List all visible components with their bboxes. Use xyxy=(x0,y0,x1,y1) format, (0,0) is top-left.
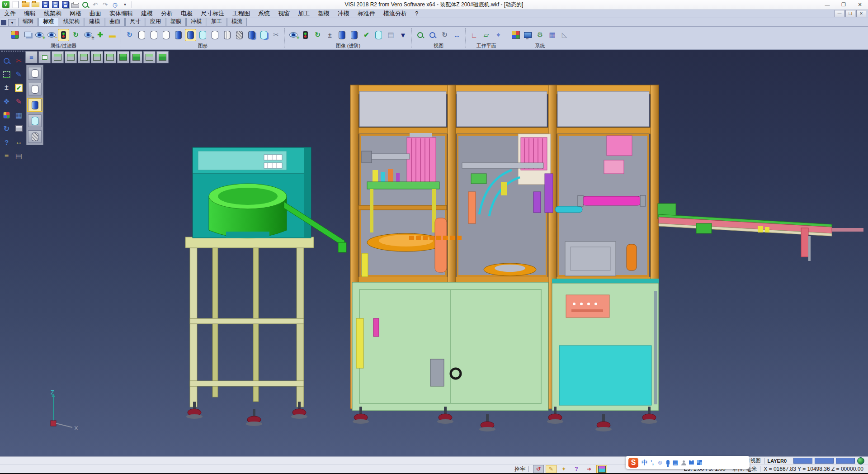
shade-blue-icon[interactable] xyxy=(173,29,184,41)
shade-wireframe-icon[interactable] xyxy=(222,29,233,41)
zoom-window-icon[interactable] xyxy=(427,29,438,41)
vibratory-bowl[interactable] xyxy=(209,184,287,238)
clip-plane-icon[interactable] xyxy=(385,29,396,41)
tab-modeling[interactable]: 建模 xyxy=(85,17,104,26)
copy-graphics-icon[interactable] xyxy=(258,29,269,41)
save-button[interactable] xyxy=(41,0,50,9)
view-frame-icon[interactable] xyxy=(38,51,51,63)
layer-indicator[interactable]: LAYER0 xyxy=(768,458,787,464)
layer-swatch-1[interactable] xyxy=(793,458,812,464)
maximize-icon[interactable]: ❐ xyxy=(835,0,852,9)
menu-mold[interactable]: 塑模 xyxy=(314,9,334,18)
iso-view-icon[interactable] xyxy=(52,51,64,63)
select-frame-icon[interactable] xyxy=(1,69,12,80)
menu-dimension[interactable]: 尺寸标注 xyxy=(197,9,228,18)
advanced-traffic-light-icon[interactable] xyxy=(300,29,311,41)
hide-entities-eye-icon[interactable]: − xyxy=(46,29,57,41)
view-cube-icon[interactable] xyxy=(596,465,607,473)
remove-filter-icon[interactable] xyxy=(107,29,118,41)
regen-refresh-icon[interactable] xyxy=(1,123,12,134)
shade-cyan-icon[interactable] xyxy=(197,29,208,41)
outfeed-conveyor[interactable] xyxy=(658,204,863,261)
tab-dimension[interactable]: 尺寸 xyxy=(125,17,145,26)
tab-edit[interactable]: 编辑 xyxy=(18,17,38,26)
menu-wireframe[interactable]: 线架构 xyxy=(40,9,66,18)
render-verify-icon[interactable] xyxy=(361,29,372,41)
redo-button[interactable] xyxy=(100,0,110,9)
solid-cube-icon[interactable] xyxy=(13,123,24,134)
cut-curve-icon[interactable] xyxy=(13,55,24,66)
measure-distance-icon[interactable] xyxy=(13,137,24,147)
import-file-button[interactable] xyxy=(31,0,40,9)
menu-system[interactable]: 系统 xyxy=(254,9,274,18)
ghost-mode-icon[interactable] xyxy=(28,130,42,143)
add-filter-icon[interactable] xyxy=(94,29,106,41)
window-layout-icon[interactable] xyxy=(13,109,24,120)
menu-help[interactable]: ? xyxy=(411,9,422,18)
close-icon[interactable]: ✕ xyxy=(852,0,868,9)
section-cone-icon[interactable] xyxy=(397,29,409,41)
minimize-icon[interactable]: — xyxy=(819,0,835,9)
delete-graphics-icon[interactable] xyxy=(234,29,245,41)
render-cyan-icon[interactable] xyxy=(373,29,384,41)
show-entities-eye-icon[interactable]: + xyxy=(33,29,45,41)
pick-wand-icon[interactable] xyxy=(546,465,557,473)
print-button[interactable] xyxy=(71,0,80,9)
doc-minimize-icon[interactable]: — xyxy=(835,10,844,17)
monitor-settings-icon[interactable] xyxy=(522,29,533,41)
menu-standard-parts[interactable]: 标准件 xyxy=(354,9,379,18)
iso-view-icon[interactable] xyxy=(117,51,129,63)
doc-restore-icon[interactable]: ❐ xyxy=(845,10,855,17)
qat-more-button[interactable] xyxy=(120,0,130,9)
zoom-all-icon[interactable] xyxy=(415,29,426,41)
move-axes-icon[interactable] xyxy=(1,96,12,107)
attribute-palette-icon[interactable] xyxy=(9,29,20,41)
history-button[interactable] xyxy=(110,0,120,9)
menu-flow-analysis[interactable]: 模流分析 xyxy=(379,9,411,18)
attributes-palette-icon[interactable] xyxy=(1,109,12,120)
workplane-axes-icon[interactable] xyxy=(468,29,480,41)
workplane-plane-icon[interactable] xyxy=(481,29,492,41)
tab-wireframe[interactable]: 线架构 xyxy=(59,17,84,26)
sogou-logo-icon[interactable]: S xyxy=(628,458,638,468)
tab-surface[interactable]: 曲面 xyxy=(105,17,125,26)
cylinder-outline-icon[interactable] xyxy=(209,29,221,41)
save-all-button[interactable] xyxy=(61,0,70,9)
soft-keyboard-icon[interactable] xyxy=(673,459,678,466)
refresh-visibility-icon[interactable] xyxy=(70,29,81,41)
iso-view-icon[interactable] xyxy=(104,51,116,63)
rotate-view-icon[interactable] xyxy=(439,29,450,41)
iso-view-icon[interactable] xyxy=(65,51,77,63)
help-question-icon[interactable] xyxy=(1,137,12,147)
hidden-line-mode-icon[interactable] xyxy=(28,83,42,95)
craft-tool-icon[interactable] xyxy=(558,465,569,473)
toggle-visibility-icon[interactable]: ± xyxy=(82,29,94,41)
slant-ruler-icon[interactable] xyxy=(559,29,570,41)
graphics-viewport[interactable]: Z X ✔ xyxy=(0,50,868,456)
sync-tool-icon[interactable] xyxy=(533,465,544,473)
edit-curve-icon[interactable] xyxy=(13,96,24,107)
iso-view-icon[interactable] xyxy=(91,51,103,63)
toolbox-icon[interactable] xyxy=(697,460,702,465)
show-advanced-eye-icon[interactable]: + xyxy=(288,29,299,41)
tab-application[interactable]: 应用 xyxy=(146,17,165,26)
iso-view-icon[interactable] xyxy=(130,51,142,63)
menu-progress[interactable]: 冲模 xyxy=(334,9,354,18)
advanced-refresh-icon[interactable] xyxy=(312,29,323,41)
trim-graphics-icon[interactable] xyxy=(270,29,282,41)
skin-center-icon[interactable] xyxy=(689,460,694,465)
annotate-sheet-icon[interactable] xyxy=(13,150,24,161)
feeder-station[interactable] xyxy=(185,147,346,426)
menu-drawing[interactable]: 工程图 xyxy=(228,9,254,18)
shade-blue-active-icon[interactable] xyxy=(185,29,196,41)
regen-graphics-icon[interactable] xyxy=(124,29,135,41)
render-blue-icon[interactable] xyxy=(349,29,360,41)
confirm-check-icon[interactable]: ✔ xyxy=(13,82,24,93)
voice-input-icon[interactable] xyxy=(666,460,670,465)
layer-swatch-3[interactable] xyxy=(836,458,855,464)
shaded-edges-mode-icon[interactable] xyxy=(28,114,42,127)
menu-file[interactable]: 文件 xyxy=(0,9,20,18)
layer-stack-icon[interactable] xyxy=(1,150,12,161)
tab-machining[interactable]: 加工 xyxy=(207,17,226,26)
world-globe-icon[interactable] xyxy=(857,457,864,465)
